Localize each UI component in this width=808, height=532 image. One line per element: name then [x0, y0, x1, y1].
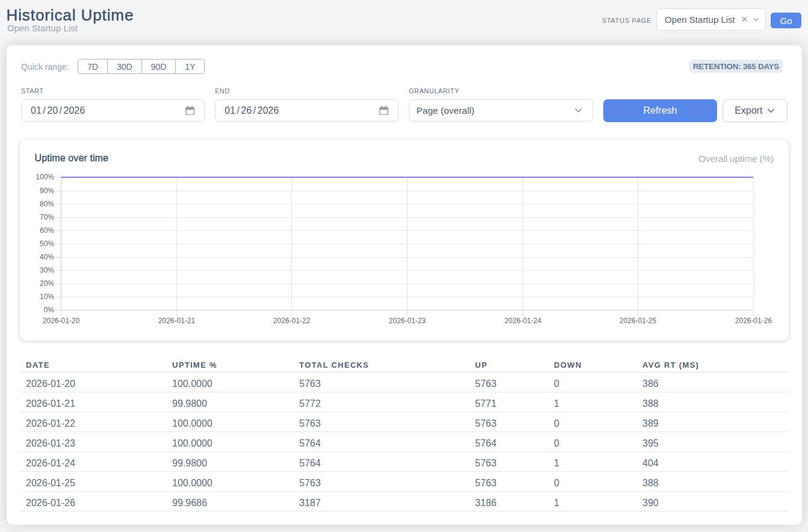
svg-text:80%: 80% — [40, 200, 54, 208]
svg-text:20%: 20% — [40, 279, 54, 288]
svg-text:2026-01-25: 2026-01-25 — [620, 316, 657, 324]
svg-text:30%: 30% — [40, 266, 54, 274]
svg-text:2026-01-20: 2026-01-20 — [43, 316, 80, 324]
svg-text:0%: 0% — [44, 306, 55, 314]
svg-text:2026-01-26: 2026-01-26 — [735, 316, 772, 324]
svg-text:2026-01-23: 2026-01-23 — [389, 316, 426, 324]
svg-text:50%: 50% — [40, 240, 54, 248]
svg-text:2026-01-24: 2026-01-24 — [505, 316, 542, 324]
svg-text:40%: 40% — [40, 253, 54, 261]
svg-text:2026-01-22: 2026-01-22 — [273, 316, 311, 324]
svg-text:60%: 60% — [40, 226, 54, 235]
svg-text:100%: 100% — [36, 173, 54, 181]
svg-text:70%: 70% — [40, 213, 54, 221]
svg-text:2026-01-21: 2026-01-21 — [158, 316, 196, 324]
svg-text:90%: 90% — [40, 187, 54, 195]
svg-text:10%: 10% — [40, 292, 54, 301]
